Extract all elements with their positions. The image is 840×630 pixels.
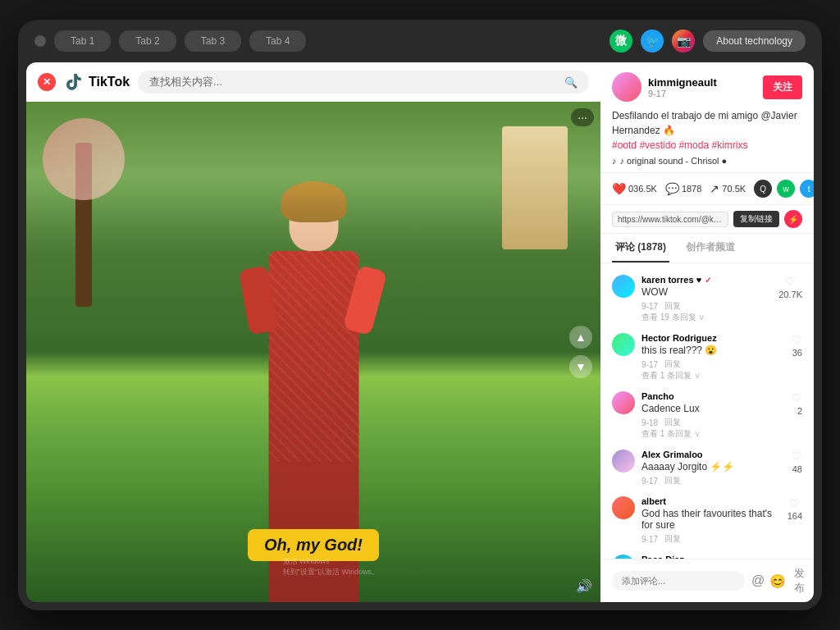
comment-list: karen torres ♥ ✓ WOW 9-17 回复 查看 19 条回复 ∨ (600, 263, 814, 559)
shares-count: 70.5K (722, 184, 746, 194)
comment-likes: 164 (788, 511, 802, 521)
comment-content: albert God has their favourites that's f… (641, 496, 781, 545)
twitter-icon[interactable]: 🐦 (641, 30, 664, 52)
verified-badge: ✓ (705, 276, 711, 285)
nav-arrows: ▲ ▼ (569, 326, 592, 378)
comment-likes: 20.7K (778, 290, 802, 299)
emoji-icon[interactable]: 😊 (769, 573, 786, 589)
comment-likes: 2 (797, 406, 802, 416)
nav-up-button[interactable]: ▲ (569, 326, 592, 349)
comment-right: ♡ 164 (788, 496, 802, 521)
tiktok-header: ✕ TikTok 查找相关内容... 🔍 (26, 62, 600, 102)
share-wechat-icon[interactable]: w (777, 180, 795, 198)
comment-like-icon[interactable]: ♡ (792, 333, 802, 346)
expand-replies[interactable]: 查看 1 条回复 ∨ (641, 370, 785, 381)
reply-link[interactable]: 回复 (664, 358, 681, 370)
browser-tab-4[interactable]: Tab 4 (249, 30, 306, 52)
tiktok-logo-text: TikTok (89, 75, 130, 89)
user-meta: 9-17 (648, 89, 756, 98)
comment-meta: 9-17 回复 (641, 533, 781, 545)
wechat-icon[interactable]: 微 (609, 30, 632, 52)
comment-right: ♡ 2 (792, 391, 802, 416)
sequins (268, 251, 358, 462)
share-twitter-icon[interactable]: t (800, 180, 814, 198)
tiktok-search-bar[interactable]: 查找相关内容... 🔍 (138, 71, 589, 94)
content-area: ✕ TikTok 查找相关内容... 🔍 (26, 62, 814, 602)
comment-item: Pancho Cadence Lux 9-18 回复 查看 1 条回复 ∨ ♡ … (600, 386, 814, 445)
comment-like-icon[interactable]: ♡ (792, 391, 802, 404)
comment-username: albert (641, 496, 781, 506)
shares-stat: ↗ 70.5K (710, 182, 746, 195)
post-button[interactable]: 发布 (791, 566, 808, 596)
hashtag-ootd[interactable]: #ootd (612, 139, 637, 151)
tab-comments[interactable]: 评论 (1878) (612, 234, 669, 262)
comment-username: Hector Rodriguez (641, 333, 785, 343)
comment-text: WOW (641, 286, 772, 298)
hashtag-kimrixs[interactable]: #kimrixs (711, 139, 747, 151)
comment-input-area: @ 😊 发布 (600, 559, 814, 602)
comment-meta: 9-17 回复 (641, 358, 785, 370)
comment-avatar (612, 496, 635, 519)
video-container[interactable]: Oh, my God! ▲ ▼ ··· 🔊 激活 Windows转到"设置"以激… (26, 102, 600, 602)
comment-meta: 9-17 回复 (641, 475, 785, 486)
comment-content: Hector Rodriguez this is real??? 😮 9-17 … (641, 333, 785, 381)
comment-item: karen torres ♥ ✓ WOW 9-17 回复 查看 19 条回复 ∨ (600, 270, 814, 328)
comment-right: ♡ 36 (792, 333, 802, 358)
comment-likes: 36 (792, 348, 802, 358)
volume-icon[interactable]: 🔊 (576, 578, 592, 594)
share-icons: Q w t f ▶ → (754, 180, 814, 198)
comment-date: 9-17 (641, 360, 658, 369)
nav-down-button[interactable]: ▼ (569, 355, 592, 378)
hashtag-moda[interactable]: #moda (678, 139, 709, 151)
expand-replies[interactable]: 查看 19 条回复 ∨ (641, 312, 772, 323)
url-display: https://www.tiktok.com/@kimmigneault/vid… (612, 212, 728, 227)
tab-creator[interactable]: 创作者频道 (682, 234, 738, 262)
music-note-icon: ♪ (612, 156, 617, 166)
tiktok-logo-icon (64, 72, 84, 92)
reply-link[interactable]: 回复 (664, 300, 681, 312)
browser-tab-1[interactable]: Tab 1 (54, 30, 111, 52)
reply-link[interactable]: 回复 (664, 475, 681, 486)
comment-item: Paco Diaz (600, 550, 814, 559)
close-button[interactable]: ✕ (38, 73, 56, 91)
comment-text: this is real??? 😮 (641, 345, 785, 356)
reply-link[interactable]: 回复 (664, 533, 681, 545)
comment-likes: 48 (792, 464, 802, 474)
browser-tab-2[interactable]: Tab 2 (119, 30, 176, 52)
comment-text: Cadence Lux (641, 403, 785, 414)
comment-like-icon[interactable]: ♡ (789, 496, 800, 509)
music-text: ♪ original sound - Chrisol ● (620, 156, 728, 166)
reply-link[interactable]: 回复 (664, 417, 681, 428)
likes-stat: ❤️ 036.5K (612, 182, 657, 195)
browser-tab-3[interactable]: Tab 3 (185, 30, 241, 52)
comment-avatar (612, 275, 635, 298)
video-background (26, 102, 600, 602)
comment-avatar (612, 391, 635, 414)
at-icon[interactable]: @ (751, 573, 765, 588)
copy-link-button[interactable]: 复制链接 (733, 211, 779, 227)
comment-like-icon[interactable]: ♡ (792, 450, 802, 463)
comment-right: ♡ 20.7K (778, 275, 802, 299)
comment-content: Alex Grimaloo Aaaaay Jorgito ⚡⚡ 9-17 回复 (641, 450, 785, 486)
video-section: ✕ TikTok 查找相关内容... 🔍 (26, 62, 600, 602)
comment-input[interactable] (612, 571, 745, 591)
copy-circle-icon[interactable]: ⚡ (784, 210, 802, 228)
share-icon: ↗ (710, 182, 719, 195)
building (502, 126, 568, 249)
about-technology-button[interactable]: About technology (703, 30, 806, 52)
follow-button[interactable]: 关注 (763, 75, 802, 99)
comment-username: Alex Grimaloo (641, 450, 785, 459)
expand-replies[interactable]: 查看 1 条回复 ∨ (641, 428, 785, 440)
sidebar-header: kimmigneault 9-17 关注 Desfilando el traba… (600, 62, 814, 173)
comment-date: 9-17 (641, 302, 658, 311)
hashtag-vestido[interactable]: #vestido (639, 139, 676, 151)
comment-like-icon[interactable]: ♡ (785, 275, 796, 288)
comment-meta: 9-18 回复 (641, 417, 785, 428)
share-qq-icon[interactable]: Q (754, 180, 772, 198)
instagram-icon[interactable]: 📷 (672, 30, 695, 52)
comment-item: Alex Grimaloo Aaaaay Jorgito ⚡⚡ 9-17 回复 … (600, 445, 814, 491)
heart-icon: ❤️ (612, 182, 626, 195)
comment-avatar (612, 333, 635, 356)
browser-bar: Tab 1 Tab 2 Tab 3 Tab 4 微 🐦 📷 About tech… (18, 20, 822, 62)
more-options-button[interactable]: ··· (571, 108, 594, 126)
